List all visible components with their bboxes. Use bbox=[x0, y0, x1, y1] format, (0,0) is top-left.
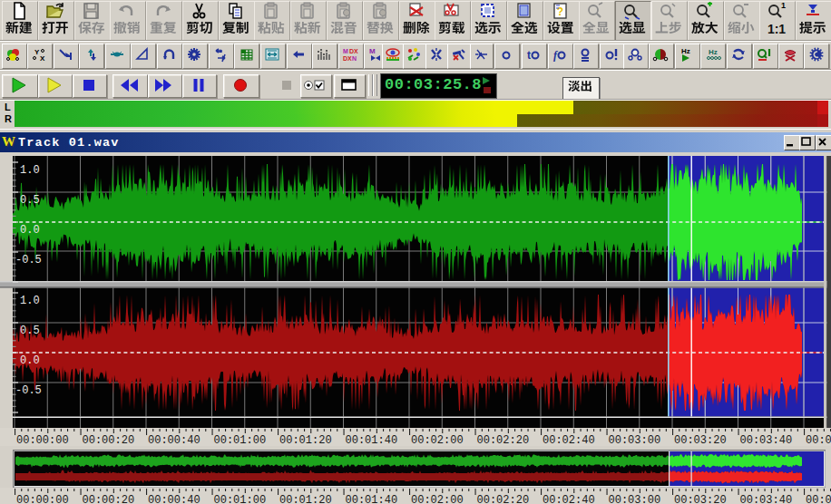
svg-text:00:01:40: 00:01:40 bbox=[346, 494, 398, 504]
svg-text:00:02:00: 00:02:00 bbox=[411, 494, 464, 504]
svg-text:1: 1 bbox=[781, 2, 786, 10]
svg-text:00:02:40: 00:02:40 bbox=[543, 434, 595, 446]
svg-text:00:02:00: 00:02:00 bbox=[411, 434, 464, 446]
svg-text:00:00:40: 00:00:40 bbox=[148, 494, 200, 504]
svg-text:00:04:00: 00:04:00 bbox=[806, 434, 831, 446]
svg-text:00:02:20: 00:02:20 bbox=[477, 434, 530, 446]
svg-text:0.0: 0.0 bbox=[20, 224, 40, 237]
svg-text:M: M bbox=[369, 47, 376, 55]
svg-text:N: N bbox=[352, 55, 357, 62]
svg-text:00:01:40: 00:01:40 bbox=[346, 434, 398, 446]
svg-text:00:03:20: 00:03:20 bbox=[674, 494, 727, 504]
svg-text:-0.5: -0.5 bbox=[15, 254, 42, 267]
svg-text:00:00:20: 00:00:20 bbox=[83, 434, 135, 446]
svg-text:1.0: 1.0 bbox=[20, 295, 40, 307]
svg-text:1.0: 1.0 bbox=[20, 164, 40, 177]
svg-text:f: f bbox=[553, 49, 558, 62]
svg-text:00:02:40: 00:02:40 bbox=[543, 494, 595, 504]
svg-text:M: M bbox=[343, 48, 348, 54]
svg-text:t: t bbox=[527, 49, 531, 62]
svg-text:00:00:20: 00:00:20 bbox=[83, 494, 135, 504]
svg-text:DX: DX bbox=[349, 48, 358, 54]
svg-text:00:03:20: 00:03:20 bbox=[674, 434, 727, 446]
svg-text:00:04:00: 00:04:00 bbox=[806, 494, 831, 504]
svg-text:00:03:00: 00:03:00 bbox=[609, 494, 661, 504]
svg-text:00:02:20: 00:02:20 bbox=[477, 494, 530, 504]
svg-text:00:00:00: 00:00:00 bbox=[16, 434, 69, 446]
svg-text:00:03:40: 00:03:40 bbox=[740, 494, 793, 504]
svg-text:00:01:20: 00:01:20 bbox=[279, 494, 332, 504]
svg-text:00:03:40: 00:03:40 bbox=[740, 434, 793, 446]
svg-text:00:01:00: 00:01:00 bbox=[214, 494, 267, 504]
svg-text:Hz: Hz bbox=[709, 48, 718, 56]
svg-text:0.5: 0.5 bbox=[20, 325, 40, 337]
svg-text:-0.5: -0.5 bbox=[15, 384, 42, 397]
svg-text:00:01:20: 00:01:20 bbox=[279, 434, 332, 446]
svg-text:00:00:40: 00:00:40 bbox=[148, 434, 200, 446]
svg-text:00:00:00: 00:00:00 bbox=[16, 494, 69, 504]
svg-text:?: ? bbox=[557, 5, 563, 18]
svg-text:00:01:00: 00:01:00 bbox=[214, 434, 267, 446]
svg-text:DX: DX bbox=[343, 55, 352, 62]
svg-text:0.5: 0.5 bbox=[20, 194, 40, 207]
svg-text:0.0: 0.0 bbox=[20, 354, 40, 367]
svg-text:00:03:00: 00:03:00 bbox=[609, 434, 661, 446]
svg-text:X: X bbox=[40, 54, 45, 63]
svg-text:Hz: Hz bbox=[681, 47, 690, 55]
